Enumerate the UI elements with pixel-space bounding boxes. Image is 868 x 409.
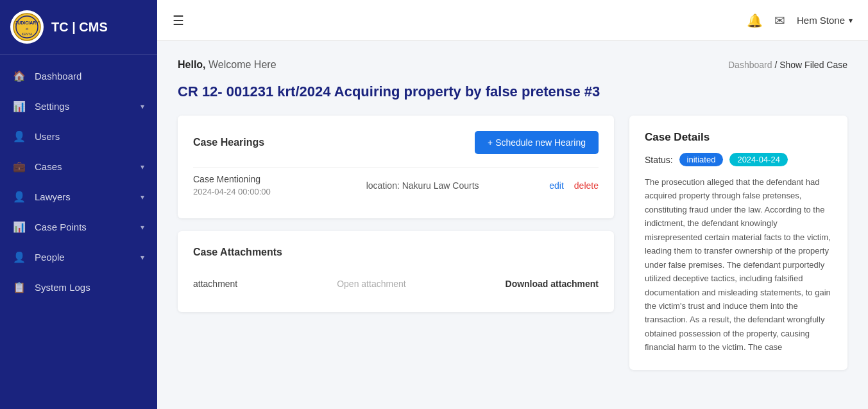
logo-circle: JUDICIARY ⚖ KENYA bbox=[10, 10, 44, 44]
user-chevron-icon: ▾ bbox=[849, 16, 853, 25]
left-column: Case Hearings + Schedule new Hearing Cas… bbox=[178, 116, 614, 370]
edit-hearing-button[interactable]: edit bbox=[549, 180, 564, 191]
hearing-location: location: Nakuru Law Courts bbox=[366, 180, 479, 191]
hearing-info: Case Mentioning 2024-04-24 00:00:00 bbox=[193, 174, 296, 196]
svg-text:KENYA: KENYA bbox=[22, 32, 33, 36]
topbar: ☰ 🔔 ✉ Hem Stone ▾ bbox=[157, 0, 868, 41]
sidebar: JUDICIARY ⚖ KENYA TC | CMS 🏠 Dashboard 📊… bbox=[0, 0, 157, 409]
download-attachment-button[interactable]: Download attachment bbox=[506, 279, 599, 289]
page-content: Hello, Welcome Here Dashboard / Show Fil… bbox=[157, 41, 868, 409]
open-attachment-label[interactable]: Open attachment bbox=[337, 279, 405, 289]
chevron-down-icon: ▾ bbox=[140, 253, 144, 262]
system-logs-icon: 📋 bbox=[13, 281, 26, 293]
lawyers-icon: 👤 bbox=[13, 191, 26, 203]
main-wrapper: ☰ 🔔 ✉ Hem Stone ▾ Hello, Welcome Here Da… bbox=[157, 0, 868, 409]
hearings-card: Case Hearings + Schedule new Hearing Cas… bbox=[178, 116, 614, 218]
delete-hearing-button[interactable]: delete bbox=[574, 180, 599, 191]
topbar-right: 🔔 ✉ Hem Stone ▾ bbox=[747, 13, 853, 28]
hello-label: Hello, bbox=[178, 59, 206, 70]
attachment-row: attachment Open attachment Download atta… bbox=[193, 271, 599, 297]
sidebar-logo: JUDICIARY ⚖ KENYA TC | CMS bbox=[0, 0, 157, 55]
attachments-card-header: Case Attachments bbox=[193, 247, 599, 258]
sidebar-item-cases[interactable]: 💼 Cases ▾ bbox=[0, 152, 157, 182]
sidebar-nav: 🏠 Dashboard 📊 Settings ▾ 👤 Users 💼 Cases… bbox=[0, 55, 157, 409]
sidebar-item-lawyers[interactable]: 👤 Lawyers ▾ bbox=[0, 182, 157, 212]
status-row: Status: initiated 2024-04-24 bbox=[645, 153, 832, 166]
sidebar-item-case-points[interactable]: 📊 Case Points ▾ bbox=[0, 212, 157, 242]
content-grid: Case Hearings + Schedule new Hearing Cas… bbox=[178, 116, 847, 370]
attachment-name: attachment bbox=[193, 279, 237, 289]
status-badge: initiated bbox=[679, 153, 724, 166]
people-icon: 👤 bbox=[13, 251, 26, 263]
settings-icon: 📊 bbox=[13, 100, 26, 112]
chevron-down-icon: ▾ bbox=[140, 102, 144, 111]
case-points-icon: 📊 bbox=[13, 221, 26, 233]
schedule-hearing-button[interactable]: + Schedule new Hearing bbox=[475, 131, 599, 154]
users-icon: 👤 bbox=[13, 130, 26, 143]
details-title: Case Details bbox=[645, 131, 832, 144]
sidebar-label-case-points: Case Points bbox=[35, 222, 87, 232]
sidebar-label-cases: Cases bbox=[35, 161, 62, 172]
breadcrumb: Dashboard / Show Filed Case bbox=[728, 60, 847, 70]
breadcrumb-current: Show Filed Case bbox=[779, 60, 847, 70]
hearings-card-title: Case Hearings bbox=[193, 137, 264, 148]
date-badge: 2024-04-24 bbox=[729, 153, 788, 166]
home-icon: 🏠 bbox=[13, 70, 26, 82]
hearing-row: Case Mentioning 2024-04-24 00:00:00 loca… bbox=[193, 167, 599, 203]
attachments-card: Case Attachments attachment Open attachm… bbox=[178, 231, 614, 312]
status-label: Status: bbox=[645, 155, 673, 165]
hearing-type: Case Mentioning bbox=[193, 174, 296, 184]
hearings-card-header: Case Hearings + Schedule new Hearing bbox=[193, 131, 599, 154]
breadcrumb-separator: / bbox=[774, 60, 779, 70]
breadcrumb-bar: Hello, Welcome Here Dashboard / Show Fil… bbox=[178, 59, 847, 71]
svg-text:JUDICIARY: JUDICIARY bbox=[15, 21, 39, 25]
sidebar-label-users: Users bbox=[35, 131, 60, 142]
sidebar-item-dashboard[interactable]: 🏠 Dashboard bbox=[0, 61, 157, 91]
sidebar-label-people: People bbox=[35, 252, 65, 263]
app-title: TC | CMS bbox=[51, 20, 108, 35]
sidebar-label-lawyers: Lawyers bbox=[35, 191, 71, 202]
attachments-card-title: Case Attachments bbox=[193, 247, 282, 258]
case-details-panel: Case Details Status: initiated 2024-04-2… bbox=[629, 116, 847, 370]
hearing-actions: edit delete bbox=[549, 180, 599, 191]
user-menu[interactable]: Hem Stone ▾ bbox=[797, 15, 853, 26]
hamburger-menu[interactable]: ☰ bbox=[173, 13, 184, 28]
cases-icon: 💼 bbox=[13, 161, 26, 173]
chevron-down-icon: ▾ bbox=[140, 223, 144, 232]
sidebar-label-system-logs: System Logs bbox=[35, 282, 90, 293]
chevron-down-icon: ▾ bbox=[140, 162, 144, 171]
chevron-down-icon: ▾ bbox=[140, 193, 144, 202]
sidebar-item-users[interactable]: 👤 Users bbox=[0, 121, 157, 152]
hearing-date: 2024-04-24 00:00:00 bbox=[193, 187, 296, 196]
case-title: CR 12- 001231 krt/2024 Acquiring propert… bbox=[178, 83, 847, 100]
welcome-text: Welcome Here bbox=[208, 59, 277, 70]
hello-text: Hello, Welcome Here bbox=[178, 59, 277, 71]
sidebar-label-settings: Settings bbox=[35, 101, 69, 112]
sidebar-label-dashboard: Dashboard bbox=[35, 71, 81, 82]
user-name: Hem Stone bbox=[797, 15, 845, 26]
case-description: The prosecution alleged that the defenda… bbox=[645, 175, 832, 354]
sidebar-item-settings[interactable]: 📊 Settings ▾ bbox=[0, 91, 157, 121]
breadcrumb-dashboard[interactable]: Dashboard bbox=[728, 60, 772, 70]
notification-icon[interactable]: 🔔 bbox=[747, 13, 763, 28]
sidebar-item-system-logs[interactable]: 📋 System Logs bbox=[0, 272, 157, 302]
mail-icon[interactable]: ✉ bbox=[774, 13, 785, 28]
topbar-left: ☰ bbox=[173, 13, 184, 28]
sidebar-item-people[interactable]: 👤 People ▾ bbox=[0, 242, 157, 272]
